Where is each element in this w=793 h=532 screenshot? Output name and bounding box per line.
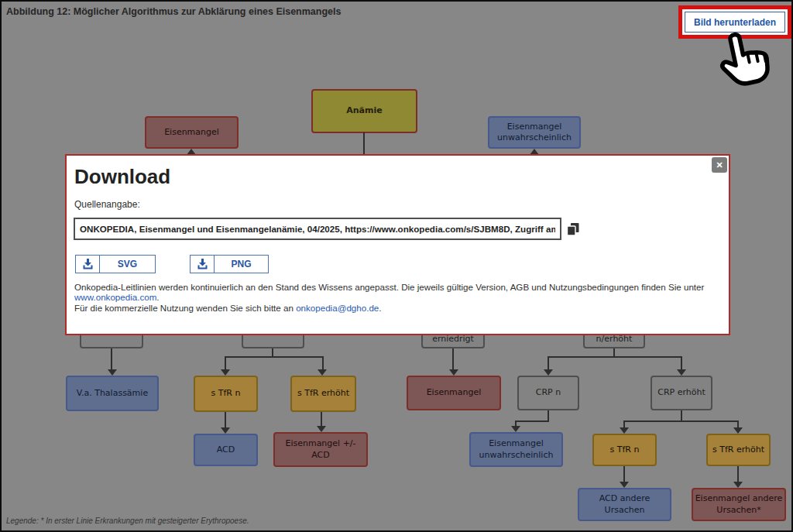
- download-icon: [191, 256, 215, 273]
- stfr-n-node-2: s TfR n: [592, 434, 657, 466]
- figure-legend: Legende: * In erster Linie Erkrankungen …: [6, 517, 249, 525]
- download-icon: [76, 256, 100, 273]
- eisenmangel-node-2: Eisenmangel: [407, 376, 501, 410]
- commercial-note: Für die kommerzielle Nutzung wenden Sie …: [74, 303, 723, 313]
- citation-label: Quellenangabe:: [74, 199, 140, 210]
- note-text: .: [379, 303, 381, 313]
- connector-line: [548, 356, 682, 358]
- onkopedia-link[interactable]: www.onkopedia.com: [74, 292, 156, 302]
- connector-line: [623, 466, 625, 482]
- close-icon[interactable]: ✕: [712, 157, 727, 173]
- eisenmangel-unwahrscheinlich-node-2: Eisenmangel unwahrscheinlich: [469, 432, 563, 467]
- email-link[interactable]: onkopedia@dgho.de: [296, 303, 379, 313]
- arrow-down-icon: [511, 426, 520, 432]
- connector-line: [111, 348, 112, 369]
- note-text: Onkopedia-Leitlinien werden kontinuierli…: [74, 282, 704, 292]
- arrow-down-icon: [221, 369, 230, 376]
- connector-line: [681, 356, 682, 369]
- figure-title: Abbildung 12: Möglicher Algorithmus zur …: [6, 6, 341, 17]
- connector-line: [225, 356, 324, 358]
- arrow-down-icon: [620, 482, 629, 488]
- arrow-down-icon: [733, 427, 743, 434]
- download-png-label: PNG: [215, 256, 268, 273]
- note-text: Für die kommerzielle Nutzung wenden Sie …: [74, 303, 296, 313]
- download-png-button[interactable]: PNG: [190, 255, 269, 273]
- connector-line: [225, 356, 226, 369]
- connector-line: [623, 420, 739, 422]
- arrow-down-icon: [108, 369, 117, 376]
- arrow-down-icon: [677, 369, 686, 376]
- arrow-down-icon: [449, 369, 458, 376]
- arrow-down-icon: [733, 482, 743, 488]
- acd-node: ACD: [194, 434, 258, 466]
- connector-line: [681, 410, 682, 421]
- eisenmangel-acd-node: Eisenmangel +/- ACD: [273, 432, 368, 467]
- anaemie-node: Anämie: [311, 89, 417, 133]
- connector-line: [322, 356, 324, 369]
- arrow-down-icon: [620, 427, 629, 434]
- connector-line: [548, 410, 549, 421]
- note-text: .: [156, 292, 159, 302]
- crp-n-node: CRP n: [517, 376, 579, 410]
- download-svg-label: SVG: [100, 256, 155, 273]
- hand-cursor-icon: [711, 32, 776, 92]
- connector-line: [737, 466, 739, 482]
- bild-herunterladen-button[interactable]: Bild herunterladen: [685, 12, 785, 33]
- arrow-down-icon: [318, 369, 327, 376]
- crp-erhoeht-node: CRP erhöht: [651, 376, 712, 410]
- eisenmangel-unwahrscheinlich-node: Eisenmangel unwahrscheinlich: [488, 116, 581, 149]
- modal-title: Download: [74, 165, 170, 189]
- connector-line: [452, 348, 454, 369]
- stfr-n-node: s TfR n: [194, 376, 258, 412]
- download-modal: ✕ Download Quellenangabe: SVG PNG Onkope…: [65, 154, 730, 335]
- stfr-erhoeht-node-2: s TfR erhöht: [706, 434, 771, 466]
- copy-icon[interactable]: [566, 222, 580, 236]
- connector-line: [363, 132, 365, 154]
- connector-line: [515, 420, 549, 422]
- citation-input[interactable]: [74, 218, 561, 240]
- va-thalassaemie-node: V.a. Thalassämie: [66, 376, 159, 411]
- connector-line: [225, 412, 226, 427]
- connector-line: [548, 356, 549, 369]
- download-svg-button[interactable]: SVG: [75, 255, 156, 273]
- eisenmangel-node: Eisenmangel: [145, 116, 239, 149]
- acd-andere-ursachen-node: ACD andere Ursachen: [578, 488, 671, 521]
- arrow-down-icon: [221, 427, 230, 434]
- eisenmangel-andere-ursachen-node: Eisenmangel andere Ursachen*: [692, 488, 786, 521]
- connector-line: [321, 412, 322, 426]
- arrow-down-icon: [317, 426, 326, 432]
- stfr-erhoeht-node: s TfR erhöht: [290, 376, 356, 412]
- arrow-down-icon: [544, 369, 553, 376]
- guideline-note: Onkopedia-Leitlinien werden kontinuierli…: [74, 282, 723, 302]
